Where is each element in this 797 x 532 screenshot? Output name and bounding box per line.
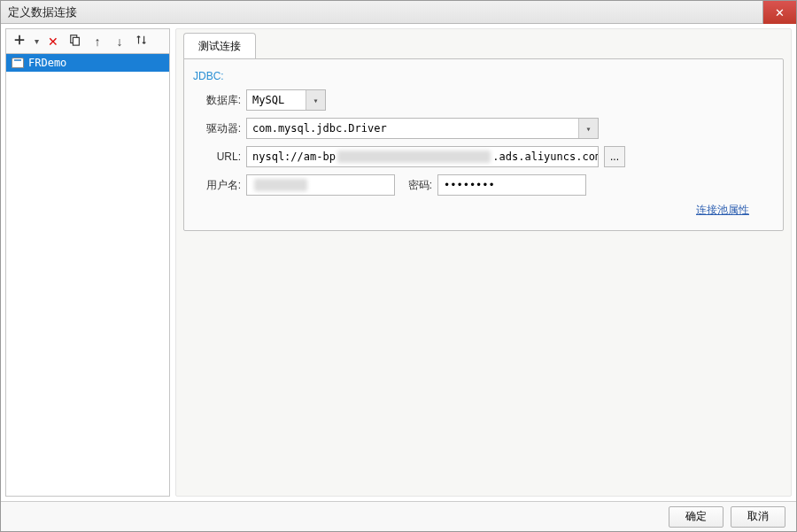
connection-pool-link[interactable]: 连接池属性 [696,203,749,218]
label-username: 用户名: [193,178,241,193]
row-credentials: 用户名: xxxxxx 密码: •••••••• [193,174,774,196]
url-suffix: .ads.aliyuncs.com:3306 [492,150,599,163]
add-dropdown-icon[interactable]: ▾ [32,32,41,51]
url-input[interactable]: nysql://am-bp xxxxxxxxxxxxxxxxxxxxxxxx .… [246,146,599,167]
username-redacted: xxxxxx [254,179,307,191]
content-area: ▾ ✕ ↑ ↓ [1,24,796,501]
tab-test-connection[interactable]: 测试连接 [183,33,256,59]
url-browse-button[interactable]: ... [604,146,625,167]
move-up-button[interactable]: ↑ [88,32,107,51]
plus-icon [13,34,26,49]
close-icon: ✕ [775,6,785,19]
right-panel: 测试连接 JDBC: 数据库: MySQL ▾ 驱动器: com.mysql.j… [175,28,792,497]
svg-rect-1 [73,37,79,45]
label-database: 数据库: [193,93,241,108]
close-button[interactable]: ✕ [762,1,796,24]
add-button[interactable] [10,32,29,51]
delete-button[interactable]: ✕ [43,32,63,51]
left-toolbar: ▾ ✕ ↑ ↓ [6,29,169,54]
dialog-footer: 确定 取消 [1,501,796,531]
jdbc-section-label: JDBC: [193,70,774,82]
copy-icon [69,34,81,49]
delete-icon: ✕ [48,35,58,49]
dialog-window: 定义数据连接 ✕ ▾ ✕ [0,0,797,532]
ellipsis-icon: ... [610,150,619,163]
ok-button[interactable]: 确定 [669,506,723,528]
tab-strip: 测试连接 [183,33,784,59]
label-password: 密码: [400,178,432,193]
cancel-button[interactable]: 取消 [731,506,785,528]
row-driver: 驱动器: com.mysql.jdbc.Driver ▾ [193,118,774,139]
database-icon [12,58,24,68]
chevron-down-icon: ▾ [578,119,598,138]
connection-list: FRDemo [6,54,169,496]
database-value: MySQL [252,94,284,106]
label-url: URL: [193,150,241,163]
driver-select[interactable]: com.mysql.jdbc.Driver ▾ [246,118,599,139]
url-redacted: xxxxxxxxxxxxxxxxxxxxxxxx [337,150,491,163]
driver-value: com.mysql.jdbc.Driver [252,122,387,135]
window-title: 定义数据连接 [8,4,77,20]
database-select[interactable]: MySQL ▾ [246,89,326,111]
copy-button[interactable] [66,32,85,51]
chevron-down-icon: ▾ [306,90,325,110]
row-url: URL: nysql://am-bp xxxxxxxxxxxxxxxxxxxxx… [193,146,774,167]
arrow-up-icon: ↑ [95,35,101,49]
row-database: 数据库: MySQL ▾ [193,89,774,111]
list-item[interactable]: FRDemo [6,54,169,72]
list-item-label: FRDemo [28,57,66,69]
sort-button[interactable] [132,32,151,51]
form-area: JDBC: 数据库: MySQL ▾ 驱动器: com.mysql.jdbc.D… [183,58,784,231]
cancel-label: 取消 [747,509,769,524]
tab-label: 测试连接 [198,40,241,52]
move-down-button[interactable]: ↓ [110,32,129,51]
password-value: •••••••• [444,179,495,191]
row-pool-link: 连接池属性 [193,203,774,218]
arrow-down-icon: ↓ [117,35,123,49]
titlebar: 定义数据连接 ✕ [1,1,796,24]
username-input[interactable]: xxxxxx [246,174,395,196]
ok-label: 确定 [685,509,707,524]
sort-icon [135,34,148,49]
url-prefix: nysql://am-bp [252,150,336,163]
left-panel: ▾ ✕ ↑ ↓ [5,28,170,497]
label-driver: 驱动器: [193,121,241,136]
password-input[interactable]: •••••••• [437,174,586,196]
